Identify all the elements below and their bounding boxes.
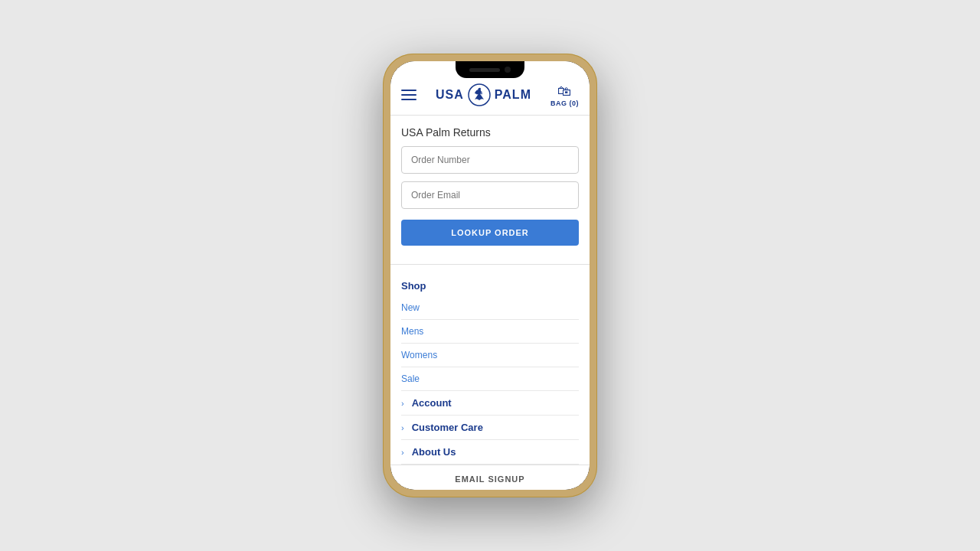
nav-item-sale[interactable]: Sale [401,367,579,391]
bag-icon: 🛍 [557,83,571,99]
order-email-input[interactable] [401,181,579,209]
nav-item-account[interactable]: › Account [401,391,579,416]
notch-camera [505,67,511,73]
nav-item-about-us[interactable]: › About Us [401,440,579,465]
nav-link-new: New [401,302,420,313]
nav-label-customer-care: Customer Care [412,422,483,433]
chevron-right-icon-account: › [401,399,404,408]
nav-label-about-us: About Us [412,446,456,458]
divider [390,264,590,265]
nav-item-customer-care[interactable]: › Customer Care [401,416,579,440]
page-title: USA Palm Returns [390,116,590,146]
phone-screen: USA PALM 🛍 BAG (0) [390,61,590,490]
shop-category-label: Shop [401,272,579,296]
nav-item-new[interactable]: New [401,296,579,320]
phone-screen-container: USA PALM 🛍 BAG (0) [390,61,590,490]
notch-pill [469,68,500,72]
logo-text-right: PALM [495,88,531,102]
nav-link-mens: Mens [401,326,423,337]
bag-button[interactable]: 🛍 BAG (0) [550,83,579,107]
phone-frame: USA PALM 🛍 BAG (0) [383,54,597,497]
bag-label: BAG (0) [550,99,579,107]
nav-section: Shop New Mens Womens Sale › [390,272,590,465]
nav-link-womens: Womens [401,350,437,360]
nav-item-mens[interactable]: Mens [401,320,579,344]
order-number-input[interactable] [401,146,579,174]
logo[interactable]: USA PALM [436,83,531,107]
nav-label-account: Account [412,397,452,409]
email-signup-button[interactable]: EMAIL SIGNUP [390,465,590,490]
content-area: USA Palm Returns LOOKUP ORDER Shop New M… [390,116,590,490]
nav-link-sale: Sale [401,373,420,384]
nav-item-womens[interactable]: Womens [401,344,579,367]
lookup-order-button[interactable]: LOOKUP ORDER [401,220,579,246]
chevron-right-icon-about-us: › [401,448,404,457]
logo-text-left: USA [436,88,464,102]
hamburger-menu-button[interactable] [401,90,416,100]
returns-form: LOOKUP ORDER [390,146,590,256]
logo-emblem-icon [467,83,492,107]
phone-notch [456,61,524,78]
chevron-right-icon-customer-care: › [401,423,404,432]
